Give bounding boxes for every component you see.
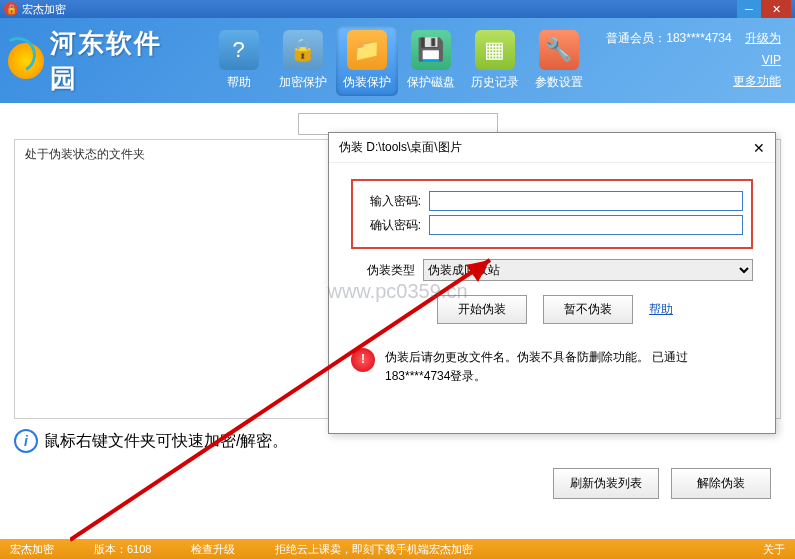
main-action-buttons: 刷新伪装列表 解除伪装 — [553, 468, 771, 499]
history-icon: ▦ — [475, 30, 515, 70]
toolbar-buttons: ? 帮助 🔒 加密保护 📁 伪装保护 💾 保护磁盘 ▦ 历史记录 🔧 参数设置 — [208, 26, 590, 96]
disguise-dialog: 伪装 D:\tools\桌面\图片 ✕ 输入密码: 确认密码: 伪装类型 伪装成… — [328, 132, 776, 434]
warning-icon: ! — [351, 348, 375, 372]
lock-icon: 🔒 — [283, 30, 323, 70]
confirm-password-input[interactable] — [429, 215, 743, 235]
settings-icon: 🔧 — [539, 30, 579, 70]
toolbar-encrypt[interactable]: 🔒 加密保护 — [272, 26, 334, 96]
toolbar-history[interactable]: ▦ 历史记录 — [464, 26, 526, 96]
app-name: 宏杰加密 — [22, 2, 66, 17]
password-group: 输入密码: 确认密码: — [351, 179, 753, 249]
password-input[interactable] — [429, 191, 743, 211]
toolbar-protect-disk[interactable]: 💾 保护磁盘 — [400, 26, 462, 96]
toolbar-account-area: 普通会员：183****4734 升级为VIP 更多功能 — [590, 28, 787, 93]
status-version: 版本：6108 — [94, 542, 151, 557]
main-toolbar: 河东软件园 ? 帮助 🔒 加密保护 📁 伪装保护 💾 保护磁盘 ▦ 历史记录 🔧… — [0, 18, 795, 103]
dialog-help-link[interactable]: 帮助 — [649, 301, 673, 318]
dialog-close-button[interactable]: ✕ — [753, 140, 765, 156]
dialog-buttons: 开始伪装 暂不伪装 帮助 — [437, 295, 753, 324]
toolbar-protect-disk-label: 保护磁盘 — [407, 74, 455, 91]
start-disguise-button[interactable]: 开始伪装 — [437, 295, 527, 324]
status-bar: 宏杰加密 版本：6108 检查升级 拒绝云上课卖，即刻下载手机端宏杰加密 关于 — [0, 539, 795, 559]
toolbar-help-label: 帮助 — [227, 74, 251, 91]
disguise-type-label: 伪装类型 — [357, 262, 415, 279]
window-titlebar: 🔒 宏杰加密 ─ ✕ — [0, 0, 795, 18]
status-check-upgrade[interactable]: 检查升级 — [191, 542, 235, 557]
more-features-link[interactable]: 更多功能 — [733, 74, 781, 88]
upgrade-vip-link[interactable]: 升级为VIP — [745, 31, 781, 67]
logo: 河东软件园 — [8, 26, 188, 96]
dialog-body: 输入密码: 确认密码: 伪装类型 伪装成回收站 开始伪装 暂不伪装 帮助 ! 伪… — [329, 163, 775, 394]
toolbar-help[interactable]: ? 帮助 — [208, 26, 270, 96]
disguise-type-select[interactable]: 伪装成回收站 — [423, 259, 753, 281]
status-about[interactable]: 关于 — [763, 542, 785, 557]
undo-disguise-button[interactable]: 解除伪装 — [671, 468, 771, 499]
refresh-list-button[interactable]: 刷新伪装列表 — [553, 468, 659, 499]
toolbar-history-label: 历史记录 — [471, 74, 519, 91]
dialog-warning: ! 伪装后请勿更改文件名。伪装不具备防删除功能。 已通过183****4734登… — [351, 348, 753, 386]
close-button[interactable]: ✕ — [761, 0, 791, 18]
confirm-password-label: 确认密码: — [361, 217, 421, 234]
toolbar-disguise-label: 伪装保护 — [343, 74, 391, 91]
status-app-name: 宏杰加密 — [10, 542, 54, 557]
minimize-button[interactable]: ─ — [737, 0, 761, 18]
toolbar-settings-label: 参数设置 — [535, 74, 583, 91]
warning-text: 伪装后请勿更改文件名。伪装不具备防删除功能。 已通过183****4734登录。 — [385, 348, 753, 386]
toolbar-encrypt-label: 加密保护 — [279, 74, 327, 91]
dialog-titlebar: 伪装 D:\tools\桌面\图片 ✕ — [329, 133, 775, 163]
toolbar-settings[interactable]: 🔧 参数设置 — [528, 26, 590, 96]
info-icon: i — [14, 429, 38, 453]
cancel-disguise-button[interactable]: 暂不伪装 — [543, 295, 633, 324]
password-label: 输入密码: — [361, 193, 421, 210]
member-info: 普通会员：183****4734 — [606, 31, 731, 45]
panel-title: 处于伪装状态的文件夹 — [25, 147, 145, 161]
disk-icon: 💾 — [411, 30, 451, 70]
logo-text: 河东软件园 — [50, 26, 188, 96]
toolbar-disguise[interactable]: 📁 伪装保护 — [336, 26, 398, 96]
window-controls: ─ ✕ — [737, 0, 791, 18]
dialog-title: 伪装 D:\tools\桌面\图片 — [339, 139, 462, 156]
logo-badge-icon — [8, 43, 44, 79]
app-icon: 🔒 — [4, 2, 18, 16]
folder-icon: 📁 — [347, 30, 387, 70]
status-promo: 拒绝云上课卖，即刻下载手机端宏杰加密 — [275, 542, 473, 557]
info-tip-text: 鼠标右键文件夹可快速加密/解密。 — [44, 431, 288, 452]
help-icon: ? — [219, 30, 259, 70]
